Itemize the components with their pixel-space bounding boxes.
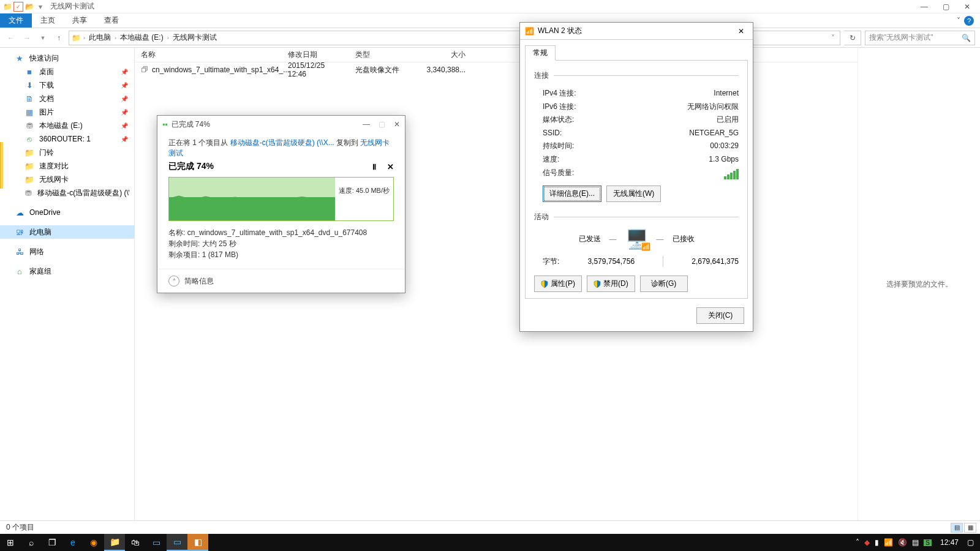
sidebar-item-folder[interactable]: 📁门铃 [0, 146, 134, 159]
desktop-icon: ■ [24, 67, 34, 77]
minimize-button[interactable]: — [917, 2, 932, 11]
taskbar-explorer-icon[interactable]: 📁 [104, 534, 125, 551]
taskbar-clock[interactable]: 12:47 [937, 538, 962, 547]
wlan-dialog-titlebar[interactable]: 📶 WLAN 2 状态 ✕ [520, 23, 753, 40]
dialog-close-button[interactable]: ✕ [394, 120, 400, 129]
cancel-button[interactable]: ✕ [387, 162, 394, 171]
sidebar-homegroup[interactable]: ⌂家庭组 [0, 264, 134, 278]
help-icon[interactable]: ? [964, 16, 974, 26]
taskbar-app-icon[interactable]: ▭ [167, 534, 187, 551]
taskbar-app-icon[interactable]: ◧ [187, 534, 208, 551]
close-button[interactable]: ✕ [960, 2, 974, 11]
sidebar-item-label: 桌面 [39, 67, 54, 77]
tray-chevron-icon[interactable]: ˄ [856, 538, 859, 547]
copy-dialog-titlebar[interactable]: ▪▪ 已完成 74% — ▢ ✕ [157, 116, 405, 133]
column-type[interactable]: 类型 [349, 50, 417, 60]
sidebar-item-downloads[interactable]: ⬇下载📌 [0, 78, 134, 92]
copy-source-dest-line: 正在将 1 个项目从 移动磁盘-c(迅雷超级硬盘) (\\X... 复制到 无线… [168, 138, 394, 159]
tab-view[interactable]: 查看 [96, 13, 127, 28]
sidebar-onedrive[interactable]: ☁OneDrive [0, 206, 134, 219]
sidebar-item-documents[interactable]: 🗎文档📌 [0, 92, 134, 105]
details-button[interactable]: 详细信息(E)... [543, 186, 601, 202]
copy-progress-dialog: ▪▪ 已完成 74% — ▢ ✕ 正在将 1 个项目从 移动磁盘-c(迅雷超级硬… [157, 115, 405, 293]
diagnose-button[interactable]: 诊断(G) [640, 276, 688, 292]
breadcrumb[interactable]: 此电脑 [88, 32, 112, 43]
taskbar-store-icon[interactable]: 🛍 [125, 534, 146, 551]
search-button[interactable]: ⌕ [21, 534, 42, 551]
tray-app-icon[interactable]: S [924, 539, 932, 546]
pin-icon: 📌 [121, 122, 128, 129]
network-computers-icon: 🖥️📶 [625, 228, 648, 250]
qat-dropdown-icon[interactable]: ▾ [36, 2, 45, 12]
system-tray: ˄ ◆ ▮ 📶 🔇 ▤ S 12:47 ▢ [856, 538, 980, 547]
taskview-button[interactable]: ❐ [42, 534, 62, 551]
tray-app-icon[interactable]: ◆ [864, 538, 870, 547]
sidebar-item-folder[interactable]: 📁无线网卡 [0, 173, 134, 186]
ribbon-collapse-icon[interactable]: ˅ [957, 17, 960, 25]
taskbar-edge-icon[interactable]: e [62, 534, 83, 551]
column-name[interactable]: 名称 [135, 50, 282, 60]
kv-label: 信号质量: [543, 167, 574, 180]
address-dropdown-icon[interactable]: ˅ [829, 34, 837, 42]
breadcrumb-sep: › [167, 35, 169, 41]
sidebar-quick-access[interactable]: ★ 快速访问 [0, 51, 134, 65]
navigation-sidebar: ★ 快速访问 ■桌面📌 ⬇下载📌 🗎文档📌 ▦图片📌 ⛃本地磁盘 (E:)📌 ⎋… [0, 48, 135, 520]
nav-up-button[interactable]: ↑ [53, 32, 65, 44]
nav-back-button[interactable]: ← [5, 32, 17, 44]
file-tab[interactable]: 文件 [0, 13, 32, 28]
dialog-maximize-button[interactable]: ▢ [379, 120, 385, 129]
sidebar-item-desktop[interactable]: ■桌面📌 [0, 65, 134, 78]
nav-forward-button[interactable]: → [21, 32, 33, 44]
pause-button[interactable]: Ⅱ [372, 162, 376, 171]
tray-wifi-icon[interactable]: 📶 [884, 538, 893, 547]
sidebar-item-netdrive[interactable]: ⛃移动磁盘-c(迅雷超级硬盘) (\\Xiaza [0, 186, 134, 200]
brief-info-label[interactable]: 简略信息 [184, 276, 214, 287]
column-size[interactable]: 大小 [417, 50, 478, 60]
breadcrumb-sep: › [83, 35, 85, 41]
sidebar-item-folder[interactable]: 📁速度对比 [0, 159, 134, 173]
wlan-tab-general[interactable]: 常规 [525, 45, 556, 61]
refresh-button[interactable]: ↻ [844, 31, 861, 45]
column-date[interactable]: 修改日期 [282, 50, 349, 60]
folder-icon: 📁 [24, 174, 34, 184]
breadcrumb[interactable]: 无线网卡测试 [172, 32, 218, 43]
ribbon: 文件 主页 共享 查看 ˅ ? [0, 13, 980, 28]
sidebar-item-label: 图片 [39, 107, 54, 118]
sidebar-this-pc[interactable]: 🖳此电脑 [0, 225, 134, 239]
taskbar-firefox-icon[interactable]: ◉ [83, 534, 104, 551]
qat-checkbox-icon[interactable]: ✓ [13, 2, 23, 12]
copy-line-mid: 复制到 [334, 138, 361, 147]
tray-volume-icon[interactable]: 🔇 [898, 538, 907, 547]
maximize-button[interactable]: ▢ [939, 2, 953, 11]
sidebar-item-router[interactable]: ⎋360ROUTER: 1📌 [0, 132, 134, 146]
taskbar-app-icon[interactable]: ▭ [146, 534, 167, 551]
sidebar-item-pictures[interactable]: ▦图片📌 [0, 105, 134, 119]
search-placeholder: 搜索"无线网卡测试" [869, 32, 933, 43]
tray-notifications-icon[interactable]: ▢ [967, 538, 974, 547]
wireless-props-button[interactable]: 无线属性(W) [606, 186, 661, 202]
tab-share[interactable]: 共享 [64, 13, 96, 28]
start-button[interactable]: ⊞ [0, 534, 21, 551]
qat-folder-icon[interactable]: 📂 [24, 2, 34, 12]
properties-button[interactable]: 属性(P) [534, 276, 582, 292]
tray-ime-icon[interactable]: ▤ [912, 538, 919, 547]
search-input[interactable]: 搜索"无线网卡测试" 🔍 [865, 31, 975, 45]
breadcrumb[interactable]: 本地磁盘 (E:) [119, 32, 165, 43]
disable-button[interactable]: 禁用(D) [587, 276, 635, 292]
dialog-minimize-button[interactable]: — [363, 120, 370, 129]
copy-speed-chart: 速度: 45.0 MB/秒 [168, 177, 394, 221]
sidebar-item-drive-e[interactable]: ⛃本地磁盘 (E:)📌 [0, 119, 134, 132]
sidebar-item-label: 快速访问 [29, 53, 59, 64]
nav-recent-dropdown[interactable]: ▼ [37, 32, 49, 44]
wlan-close-button[interactable]: ✕ [734, 27, 748, 36]
sidebar-network[interactable]: 🖧网络 [0, 245, 134, 258]
copy-line-prefix: 正在将 1 个项目从 [168, 138, 230, 147]
wlan-close-footer-button[interactable]: 关闭(C) [696, 307, 744, 324]
tab-home[interactable]: 主页 [32, 13, 64, 28]
tray-battery-icon[interactable]: ▮ [875, 538, 879, 547]
view-details-button[interactable]: ▤ [951, 523, 963, 533]
copy-source-link[interactable]: 移动磁盘-c(迅雷超级硬盘) (\\X... [230, 138, 334, 147]
file-size: 3,340,388... [417, 66, 478, 74]
view-icons-button[interactable]: ▦ [964, 523, 976, 533]
collapse-details-icon[interactable]: ˄ [168, 276, 179, 287]
